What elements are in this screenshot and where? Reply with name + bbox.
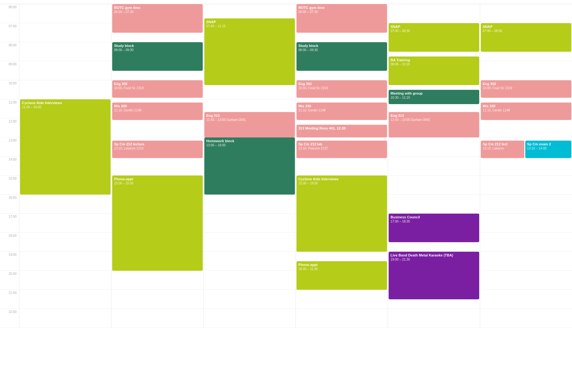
timezone-label — [0, 0, 19, 4]
calendar-cell — [19, 195, 111, 214]
calendar-event[interactable]: Sp Cm 212 lab13:10, Pearson 2137 — [296, 141, 387, 158]
calendar-cell — [480, 252, 572, 271]
calendar-cell — [388, 137, 480, 156]
calendar-cell — [19, 23, 111, 42]
calendar-grid: 06:0007:0008:0009:0010:0011:0012:0013:00… — [0, 4, 572, 328]
calendar-cell — [480, 61, 572, 80]
time-slot: 13:00 — [0, 137, 19, 156]
calendar-cell — [112, 290, 203, 309]
calendar-event[interactable]: Study block08:00 – 09:30 — [112, 42, 203, 71]
calendar-cell — [19, 271, 111, 290]
calendar-event[interactable]: Eng 31311:40 – 13:00 Durham 0091 — [389, 112, 479, 137]
calendar-cell — [19, 290, 111, 309]
calendar-cell — [480, 214, 572, 233]
calendar-cell — [296, 309, 388, 328]
calendar-event[interactable]: Eng 31311:40 – 13:00 Durham 0091 — [204, 112, 295, 137]
calendar-cell — [19, 80, 111, 99]
calendar-event[interactable]: Sp Cm 212 lecture13:10, Lebaron 1210 — [112, 141, 203, 158]
calendar-event[interactable]: ROTC gym time06:00 – 07:30 — [112, 4, 203, 33]
calendar-event[interactable]: Homework block13:00 – 16:00 — [204, 137, 295, 195]
calendar-cell — [112, 309, 203, 328]
calendar-cell — [480, 4, 572, 23]
calendar-cell — [480, 156, 572, 176]
header-sun — [19, 0, 111, 4]
calendar-cell — [480, 271, 572, 290]
time-slot: 16:00 — [0, 195, 19, 214]
calendar: 06:0007:0008:0009:0010:0011:0012:0013:00… — [0, 0, 572, 392]
header-tue — [203, 0, 296, 4]
header-wed — [296, 0, 388, 4]
time-slot: 07:00 — [0, 23, 19, 42]
calendar-event[interactable]: Eng 30210:00, Food Sc 2319 — [112, 80, 203, 98]
time-slot: 15:00 — [0, 176, 19, 195]
calendar-event[interactable]: Cyclone Aide Interviews15:00 – 19:00 — [296, 176, 387, 252]
header-mon — [111, 0, 203, 4]
calendar-event[interactable]: Phone-appt19:30 – 21:00 — [296, 261, 387, 290]
calendar-event[interactable]: Phone-appt15:00 – 20:00 — [112, 176, 203, 271]
calendar-cell — [388, 309, 480, 328]
day-column-thu: SNAP07:00 – 08:30RA Training08:45 – 10:1… — [388, 4, 480, 328]
time-slot: 17:00 — [0, 214, 19, 233]
calendar-event[interactable]: Live Band Death Metal Karaoke (TBA)19:00… — [389, 252, 479, 299]
calendar-cell — [112, 156, 203, 176]
calendar-cell — [480, 290, 572, 309]
day-column-sun: Cyclone Aide Interviews11:00 – 16:00 — [19, 4, 111, 328]
day-column-tue: SNAP07:45 – 11:15Eng 31311:40 – 13:00 Du… — [203, 4, 296, 328]
calendar-event[interactable]: Meeting with group10:30 – 11:15 — [389, 90, 479, 104]
calendar-cell — [19, 42, 111, 61]
calendar-event[interactable]: RA Training08:45 – 10:15 — [389, 56, 479, 85]
calendar-cell — [204, 195, 296, 214]
calendar-event[interactable]: SNAP07:45 – 11:15 — [204, 18, 295, 85]
calendar-cell — [480, 195, 572, 214]
calendar-cell — [19, 309, 111, 328]
calendar-event[interactable]: Eng 30210:00, Food Sc 2319 — [296, 80, 387, 98]
calendar-cell — [480, 233, 572, 252]
calendar-cell — [204, 309, 296, 328]
calendar-cell — [204, 233, 296, 252]
calendar-cell — [388, 156, 480, 176]
day-column-fri: SNAP07:00 – 08:30Eng 30210:00, Food Sc 2… — [480, 4, 572, 328]
time-slot: 14:00 — [0, 156, 19, 176]
calendar-cell — [19, 4, 111, 23]
calendar-cell — [296, 290, 388, 309]
calendar-event[interactable]: SNAP07:00 – 08:30 — [389, 23, 479, 52]
calendar-cell — [19, 214, 111, 233]
time-slot: 21:00 — [0, 290, 19, 309]
time-slot: 08:00 — [0, 42, 19, 61]
calendar-event[interactable]: Sp Cm 212 lect13:10, Lebaron — [481, 141, 524, 158]
header-thu — [388, 0, 480, 4]
time-slot: 22:00 — [0, 309, 19, 328]
calendar-cell — [204, 214, 296, 233]
calendar-cell — [204, 252, 296, 271]
header-fri — [480, 0, 572, 4]
calendar-cell — [204, 271, 296, 290]
calendar-event[interactable]: Mis 33011:10, Gerdin 1148 — [481, 103, 571, 120]
calendar-event[interactable]: Study block08:00 – 09:30 — [296, 42, 387, 71]
calendar-event[interactable]: Sp Cm exam 213:10 – 14:00 — [525, 141, 571, 158]
calendar-event[interactable]: Eng 30210:00, Food Sc 2319 — [481, 80, 571, 98]
calendar-cell — [388, 195, 480, 214]
calendar-event[interactable]: Cyclone Aide Interviews11:00 – 16:00 — [20, 99, 111, 195]
calendar-event[interactable]: Business Council17:00 – 18:30 — [389, 214, 479, 242]
calendar-event[interactable]: 313 Meeting Ross 441, 12:30 — [296, 125, 387, 137]
calendar-event[interactable]: ROTC gym time06:00 – 07:30 — [296, 4, 387, 33]
calendar-header — [0, 0, 572, 4]
calendar-cell — [204, 290, 296, 309]
calendar-cell — [19, 61, 111, 80]
calendar-event[interactable]: SNAP07:00 – 08:30 — [481, 23, 571, 52]
day-column-wed: ROTC gym time06:00 – 07:30Study block08:… — [296, 4, 388, 328]
calendar-cell — [480, 118, 572, 137]
calendar-cell — [112, 271, 203, 290]
time-slot: 06:00 — [0, 4, 19, 23]
time-slot: 20:00 — [0, 271, 19, 290]
calendar-event[interactable]: Mis 33011:10, Gerdin 1148 — [296, 103, 387, 120]
time-slot: 09:00 — [0, 61, 19, 80]
calendar-cell — [480, 309, 572, 328]
time-slot: 10:00 — [0, 80, 19, 99]
calendar-event[interactable]: Mis 33011:10, Gerdin 1148 — [112, 103, 203, 120]
calendar-cell — [388, 4, 480, 23]
time-slot: 19:00 — [0, 252, 19, 271]
calendar-cell — [388, 176, 480, 195]
time-column: 06:0007:0008:0009:0010:0011:0012:0013:00… — [0, 4, 19, 328]
calendar-cell — [112, 118, 203, 137]
